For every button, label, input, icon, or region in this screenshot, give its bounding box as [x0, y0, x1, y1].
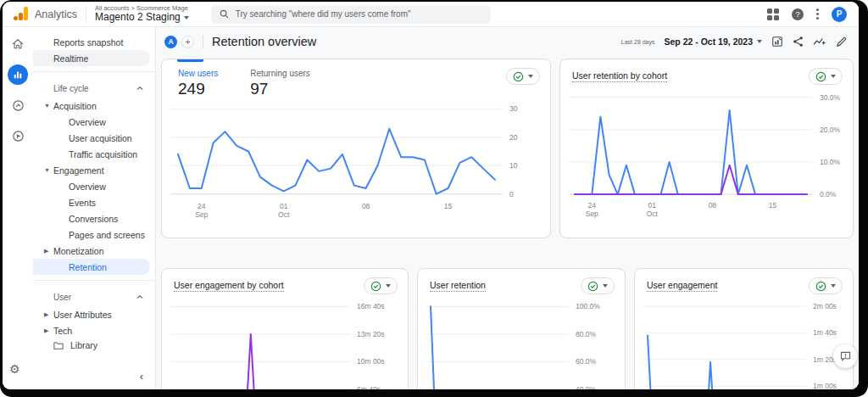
add-comparison-button[interactable]: +: [181, 36, 194, 48]
help-icon[interactable]: ?: [792, 8, 804, 20]
more-options-icon[interactable]: [816, 8, 819, 20]
card-title[interactable]: User retention: [430, 280, 486, 292]
tree-arrow-icon[interactable]: ▼: [44, 103, 53, 109]
svg-text:16m 40s: 16m 40s: [357, 302, 385, 310]
analytics-logo-icon: [14, 7, 29, 21]
sidebar-nav: Reports snapshotRealtimeLife cycle▼Acqui…: [33, 27, 156, 389]
apps-grid-icon[interactable]: [767, 8, 779, 20]
page-header: A + Retention overview Last 28 days Sep …: [156, 27, 859, 56]
sidebar-item-user-acquisition[interactable]: User acquisition: [33, 130, 155, 146]
user-retention-card: User retention 20.0%40.0%60.0%80.0%100.0…: [417, 268, 626, 389]
sidebar-item-library[interactable]: Library: [33, 340, 97, 350]
sidebar-item-overview[interactable]: Overview: [33, 178, 155, 194]
sidebar-item-user-attributes[interactable]: ▶User Attributes: [33, 306, 155, 322]
tree-arrow-icon[interactable]: ▶: [44, 311, 53, 318]
tab-new-users[interactable]: New users 249: [178, 69, 218, 98]
svg-text:2m 00s: 2m 00s: [813, 302, 837, 310]
data-quality-dropdown[interactable]: [809, 277, 843, 294]
sidebar-divider: [33, 280, 155, 281]
svg-text:Sep: Sep: [195, 210, 208, 219]
sidebar-item-realtime[interactable]: Realtime: [33, 50, 150, 66]
dropdown-caret-icon: [603, 284, 608, 288]
feedback-button[interactable]: [833, 344, 857, 368]
home-icon[interactable]: [8, 34, 28, 54]
svg-text:24: 24: [588, 201, 597, 210]
svg-text:1m 40s: 1m 40s: [813, 328, 837, 337]
sidebar-item-traffic-acquisition[interactable]: Traffic acquisition: [33, 146, 155, 162]
sidebar-item-pages-and-screens[interactable]: Pages and screens: [33, 226, 155, 243]
tree-arrow-icon[interactable]: ▶: [44, 327, 53, 334]
data-quality-dropdown[interactable]: [364, 277, 398, 294]
tree-arrow-icon[interactable]: ▼: [44, 167, 53, 173]
svg-text:15: 15: [769, 201, 777, 210]
svg-text:0: 0: [509, 190, 514, 198]
card-title[interactable]: User engagement: [647, 280, 717, 292]
data-quality-dropdown[interactable]: [581, 277, 615, 294]
svg-text:08: 08: [709, 201, 717, 210]
search-input[interactable]: Try searching "where did my users come f…: [211, 5, 491, 24]
user-retention-by-cohort-card: User retention by cohort 0.0%10.0%20.0%3…: [559, 59, 854, 238]
comparison-badge[interactable]: A: [164, 36, 177, 48]
svg-text:0.0%: 0.0%: [820, 190, 837, 198]
new-returning-users-card: New users 249 Returning users 97 0102030…: [161, 59, 551, 238]
share-icon[interactable]: [793, 36, 804, 48]
analytics-logo[interactable]: Analytics: [3, 7, 84, 21]
svg-text:6m 40s: 6m 40s: [357, 385, 381, 389]
data-quality-dropdown[interactable]: [809, 68, 843, 85]
sidebar-item-engagement[interactable]: ▼Engagement: [33, 162, 155, 178]
tab-returning-users[interactable]: Returning users 97: [250, 69, 310, 98]
svg-text:Oct: Oct: [278, 210, 290, 219]
check-circle-icon: [815, 71, 826, 82]
sidebar-item-retention[interactable]: Retention: [33, 259, 150, 275]
explore-icon[interactable]: [8, 95, 28, 115]
folder-icon: [53, 341, 64, 349]
sidebar-item-monetization[interactable]: ▶Monetization: [33, 243, 155, 259]
sidebar-item-acquisition[interactable]: ▼Acquisition: [33, 98, 155, 114]
sidebar-item-conversions[interactable]: Conversions: [33, 210, 155, 226]
feedback-icon: [840, 351, 851, 361]
avatar[interactable]: P: [832, 7, 847, 22]
sidebar-section-user[interactable]: User: [33, 288, 155, 306]
date-range-selector[interactable]: Sep 22 - Oct 19, 2023: [665, 36, 762, 47]
report-builder-icon[interactable]: [771, 36, 783, 48]
sidebar-item-reports-snapshot[interactable]: Reports snapshot: [33, 34, 155, 50]
user-engagement-card: User engagement 0m 40s1m 00s1m 20s1m 40s…: [634, 268, 854, 389]
new-users-label: New users: [178, 69, 218, 78]
new-users-chart: 010203024Sep01Oct0815: [170, 106, 550, 222]
edit-pencil-icon[interactable]: [836, 36, 847, 48]
page-title: Retention overview: [212, 35, 316, 48]
sidebar-divider: [33, 71, 155, 72]
svg-text:Oct: Oct: [647, 210, 659, 218]
returning-users-value: 97: [250, 80, 310, 98]
sidebar-item-events[interactable]: Events: [33, 194, 155, 210]
card-title[interactable]: User engagement by cohort: [174, 280, 284, 292]
svg-text:10: 10: [509, 161, 518, 170]
check-circle-icon: [815, 281, 826, 292]
analytics-app: Analytics All accounts > Scommerce Mage …: [3, 2, 859, 389]
sidebar-section-life-cycle[interactable]: Life cycle: [33, 79, 155, 98]
card-title[interactable]: User retention by cohort: [572, 70, 667, 82]
svg-text:15: 15: [444, 202, 453, 210]
app-window: Analytics All accounts > Scommerce Mage …: [0, 0, 868, 397]
icon-rail: ⚙: [3, 27, 33, 389]
svg-text:30.0%: 30.0%: [820, 93, 841, 102]
account-switcher[interactable]: All accounts > Scommerce Mage Magento 2 …: [95, 5, 189, 23]
advertising-icon[interactable]: [8, 126, 28, 146]
svg-text:20: 20: [509, 133, 518, 142]
reports-icon[interactable]: [8, 64, 28, 85]
insights-icon[interactable]: [813, 36, 826, 48]
tree-arrow-icon[interactable]: ▶: [44, 248, 53, 254]
data-quality-dropdown[interactable]: [506, 68, 540, 85]
collapse-sidebar-icon[interactable]: ‹: [140, 370, 143, 383]
svg-text:10m 00s: 10m 00s: [357, 357, 385, 366]
svg-text:20.0%: 20.0%: [820, 126, 841, 134]
svg-text:24: 24: [198, 202, 206, 210]
sidebar-item-overview[interactable]: Overview: [33, 114, 155, 130]
top-bar: Analytics All accounts > Scommerce Mage …: [3, 2, 859, 27]
svg-text:100.0%: 100.0%: [576, 302, 600, 310]
settings-gear-icon[interactable]: ⚙: [9, 362, 20, 376]
search-icon: [220, 9, 229, 19]
user-engagement-by-cohort-card: User engagement by cohort 3m 20s6m 40s10…: [161, 268, 409, 389]
app-name: Analytics: [35, 8, 77, 20]
sidebar-item-tech[interactable]: ▶Tech: [33, 322, 155, 338]
